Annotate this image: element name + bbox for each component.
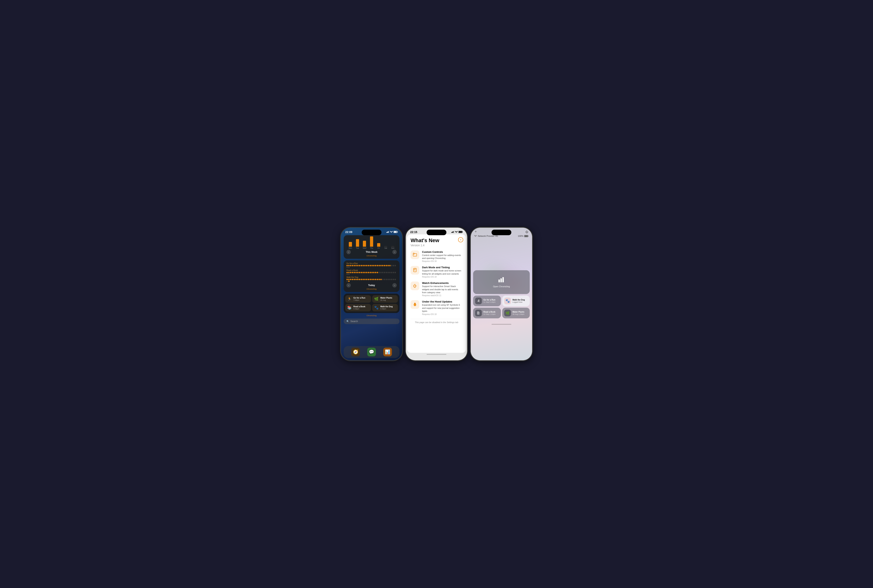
cc-event-plants[interactable]: 🌿 Water Plants 30 Aug 1:24pm: [502, 308, 530, 318]
dot: [346, 280, 348, 282]
svg-rect-2: [388, 231, 388, 233]
today-prev-button[interactable]: ‹: [346, 283, 351, 288]
day-mon: Mon: [347, 242, 354, 249]
dot: [394, 272, 396, 273]
dot: [382, 279, 384, 280]
dot: [357, 279, 358, 280]
week-title: This Week: [366, 250, 377, 254]
dot: [394, 279, 396, 280]
dot: [348, 272, 350, 273]
dot: [366, 265, 368, 266]
label-tue: Tue: [356, 247, 359, 249]
dot: [348, 267, 350, 268]
today-row-run: Go for a Run: [346, 262, 397, 268]
dog-tile-icon: 🐾: [504, 298, 511, 304]
svg-point-25: [415, 286, 416, 286]
svg-point-12: [456, 232, 456, 233]
dot: [380, 265, 382, 266]
dock: 🧭 💬 📊: [344, 346, 399, 358]
today-widget: Go for a Run Read a Book Walk the Dog: [344, 260, 399, 292]
feature-dark-mode: Dark Mode and Tinting Support for dark m…: [411, 266, 462, 278]
battery-icon-2: [459, 231, 463, 233]
week-chart: Mon Tue Wed Thu: [346, 238, 397, 249]
dog-dots: [346, 279, 397, 282]
grid-cell-plants: 🌿 Water Plants 30 Aug: [372, 295, 398, 303]
dot: [387, 265, 389, 266]
dot: [377, 272, 378, 273]
dot: [382, 272, 384, 273]
svg-rect-11: [454, 231, 454, 233]
svg-rect-7: [398, 231, 398, 232]
cc-event-dog[interactable]: 🐾 Walk the Dog Logged Now: [502, 296, 530, 306]
open-chronicling-tile[interactable]: Open Chronicling: [473, 270, 530, 294]
dot: [375, 272, 376, 273]
search-bar[interactable]: 🔍 Search: [344, 318, 399, 324]
cc-event-run[interactable]: Go for a Run 11 Sep 5:18pm: [473, 296, 501, 306]
book-icon: 📚: [347, 306, 352, 310]
dot: [393, 265, 394, 266]
status-time-1: 22:09: [345, 231, 352, 234]
week-next-button[interactable]: ›: [392, 250, 397, 254]
feature-icon-hood: [411, 300, 419, 309]
dock-chronicling[interactable]: 📊: [383, 348, 392, 356]
feature-title-3: Under the Hood Updates: [422, 300, 462, 303]
cc-event-book[interactable]: Read a Book 12 Sep 1:12pm: [473, 308, 501, 318]
day-thu: Thu: [368, 236, 375, 249]
feature-req-3: Requires iOS 18: [422, 313, 462, 315]
dynamic-island-3: [492, 230, 512, 235]
svg-rect-21: [414, 269, 415, 270]
status-icons-2: [452, 231, 463, 233]
feature-desc-3: Expanded icon set using SF Symbols 6 and…: [422, 303, 462, 313]
bar-wed: [363, 241, 366, 247]
today-next-button[interactable]: ›: [392, 283, 397, 288]
bar-fri: [377, 243, 380, 247]
signal-icon-2: [452, 231, 454, 233]
cc-dog-time: Logged Now: [513, 301, 525, 303]
label-wed: Wed: [363, 247, 366, 249]
dot: [354, 279, 355, 280]
run-tile-icon: [475, 298, 482, 304]
run-icon: 🏃: [347, 297, 352, 301]
dock-compass[interactable]: 🧭: [351, 348, 360, 356]
dot: [348, 280, 350, 282]
blur-area: [471, 239, 532, 268]
run-label: Go for a Run: [346, 262, 397, 264]
dot: [389, 279, 391, 280]
sheet-close-button[interactable]: ×: [458, 237, 463, 242]
dot: [366, 279, 368, 280]
dot: [356, 279, 357, 280]
dock-messages[interactable]: 💬: [367, 348, 376, 356]
dot: [380, 279, 382, 280]
whats-new-title: What's New: [411, 238, 462, 243]
week-widget: Mon Tue Wed Thu: [344, 235, 399, 259]
run-name: Go for a Run: [353, 297, 365, 299]
day-tue: Tue: [354, 239, 361, 249]
status-time-2: 22:15: [410, 231, 417, 234]
book-dots: [346, 272, 397, 275]
dot: [378, 279, 380, 280]
dot: [352, 279, 353, 280]
svg-rect-23: [414, 270, 416, 270]
power-icon[interactable]: ⏻: [525, 230, 528, 233]
dot: [346, 272, 348, 273]
cc-dog-name: Walk the Dog: [513, 299, 525, 301]
plus-icon[interactable]: +: [475, 230, 477, 234]
feature-desc-1: Support for dark mode and home screen ti…: [422, 269, 462, 275]
dot: [346, 274, 348, 275]
dog-label: Walk the Dog: [346, 276, 397, 278]
dot: [357, 265, 358, 266]
dot: [382, 265, 384, 266]
dot: [384, 272, 385, 273]
dot: [352, 272, 353, 273]
dot: [368, 272, 369, 273]
feature-title-1: Dark Mode and Tinting: [422, 266, 462, 269]
dot: [368, 265, 369, 266]
dot: [393, 272, 394, 273]
dot: [373, 279, 375, 280]
week-prev-button[interactable]: ‹: [346, 250, 351, 254]
bar-sat: [384, 246, 387, 247]
dot: [386, 272, 387, 273]
wifi-icon-2: [455, 231, 458, 233]
feature-title-0: Custom Controls: [422, 250, 462, 254]
dot: [373, 265, 375, 266]
